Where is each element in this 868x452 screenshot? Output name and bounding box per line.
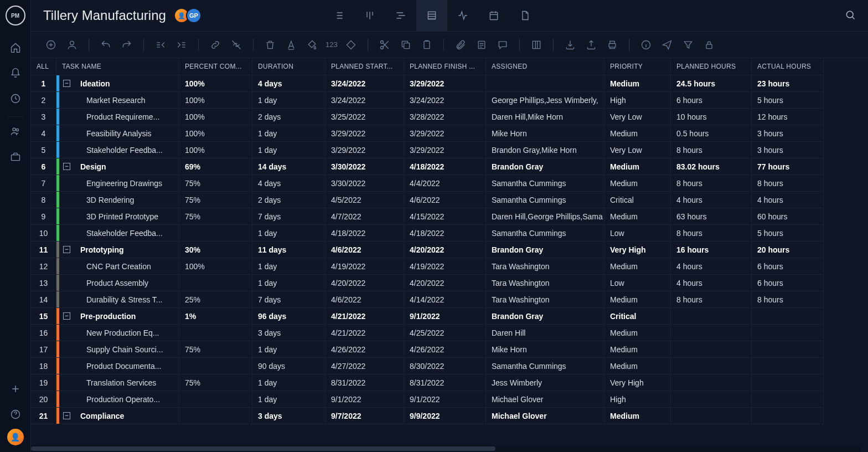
finish-cell[interactable]: 8/30/2022 xyxy=(404,358,486,374)
priority-cell[interactable]: Critical xyxy=(604,308,671,325)
percent-cell[interactable] xyxy=(179,225,252,242)
help-icon[interactable] xyxy=(4,403,27,425)
task-name-cell[interactable]: −Design xyxy=(56,158,179,175)
duration-cell[interactable]: 1 day xyxy=(252,92,326,109)
finish-cell[interactable]: 8/31/2022 xyxy=(404,374,486,391)
start-cell[interactable]: 4/21/2022 xyxy=(326,325,404,341)
actual-hours-cell[interactable]: 8 hours xyxy=(752,291,824,308)
start-cell[interactable]: 4/20/2022 xyxy=(326,275,404,291)
row-number[interactable]: 7 xyxy=(31,175,56,192)
assigned-cell[interactable]: Brandon Gray xyxy=(486,158,604,175)
duration-cell[interactable]: 90 days xyxy=(252,358,326,374)
planned-hours-cell[interactable]: 8 hours xyxy=(671,291,752,308)
priority-cell[interactable]: Very High xyxy=(604,242,671,258)
planned-hours-cell[interactable]: 0.5 hours xyxy=(671,125,752,142)
planned-hours-cell[interactable] xyxy=(671,325,752,341)
duration-cell[interactable]: 96 days xyxy=(252,308,326,325)
task-name-cell[interactable]: Stakeholder Feedba... xyxy=(56,142,179,158)
start-cell[interactable]: 3/30/2022 xyxy=(326,158,404,175)
plus-icon[interactable] xyxy=(4,378,27,400)
start-cell[interactable]: 4/27/2022 xyxy=(326,358,404,374)
task-name-cell[interactable]: Translation Services xyxy=(56,374,179,391)
finish-cell[interactable]: 4/18/2022 xyxy=(404,225,486,242)
row-number[interactable]: 15 xyxy=(31,308,56,325)
user-avatar[interactable]: 👤 xyxy=(7,429,24,445)
percent-cell[interactable]: 75% xyxy=(179,341,252,358)
planned-hours-cell[interactable]: 16 hours xyxy=(671,242,752,258)
planned-hours-cell[interactable] xyxy=(671,408,752,424)
start-cell[interactable]: 3/24/2022 xyxy=(326,92,404,109)
priority-cell[interactable]: Medium xyxy=(604,258,671,275)
percent-cell[interactable]: 75% xyxy=(179,374,252,391)
percent-cell[interactable]: 25% xyxy=(179,291,252,308)
percent-cell[interactable]: 100% xyxy=(179,75,252,92)
undo-icon[interactable] xyxy=(98,37,113,53)
assigned-cell[interactable]: Tara Washington xyxy=(486,291,604,308)
horizontal-scrollbar[interactable] xyxy=(31,445,860,452)
finish-cell[interactable]: 4/18/2022 xyxy=(404,158,486,175)
duration-cell[interactable]: 1 day xyxy=(252,341,326,358)
fill-color-icon[interactable] xyxy=(304,37,320,53)
info-icon[interactable] xyxy=(638,37,654,53)
assigned-cell[interactable]: Michael Glover xyxy=(486,391,604,408)
start-cell[interactable]: 3/25/2022 xyxy=(326,109,404,125)
planned-hours-cell[interactable] xyxy=(671,308,752,325)
actual-hours-cell[interactable] xyxy=(752,308,824,325)
finish-cell[interactable]: 4/15/2022 xyxy=(404,208,486,225)
toolbar-number-label[interactable]: 123 xyxy=(326,40,338,49)
finish-cell[interactable]: 9/9/2022 xyxy=(404,408,486,424)
row-number[interactable]: 9 xyxy=(31,208,56,225)
duration-cell[interactable]: 7 days xyxy=(252,208,326,225)
percent-cell[interactable]: 75% xyxy=(179,192,252,208)
start-cell[interactable]: 3/29/2022 xyxy=(326,142,404,158)
percent-cell[interactable]: 75% xyxy=(179,175,252,192)
bell-icon[interactable] xyxy=(4,62,27,84)
import-icon[interactable] xyxy=(562,37,578,53)
assigned-cell[interactable]: Samantha Cummings xyxy=(486,192,604,208)
assigned-cell[interactable]: Brandon Gray,Mike Horn xyxy=(486,142,604,158)
task-name-cell[interactable]: −Pre-production xyxy=(56,308,179,325)
task-name-cell[interactable]: Production Operato... xyxy=(56,391,179,408)
finish-cell[interactable]: 4/4/2022 xyxy=(404,175,486,192)
duration-cell[interactable]: 1 day xyxy=(252,258,326,275)
start-cell[interactable]: 9/1/2022 xyxy=(326,391,404,408)
task-name-cell[interactable]: Product Assembly xyxy=(56,275,179,291)
view-list-icon[interactable] xyxy=(323,0,354,32)
col-task[interactable]: TASK NAME xyxy=(56,58,179,75)
assigned-cell[interactable]: Samantha Cummings xyxy=(486,175,604,192)
duration-cell[interactable]: 1 day xyxy=(252,225,326,242)
finish-cell[interactable]: 4/20/2022 xyxy=(404,275,486,291)
priority-cell[interactable]: High xyxy=(604,391,671,408)
duration-cell[interactable]: 1 day xyxy=(252,374,326,391)
planned-hours-cell[interactable]: 8 hours xyxy=(671,225,752,242)
finish-cell[interactable]: 4/20/2022 xyxy=(404,242,486,258)
duration-cell[interactable]: 7 days xyxy=(252,291,326,308)
redo-icon[interactable] xyxy=(119,37,135,53)
link-icon[interactable] xyxy=(208,37,223,53)
duration-cell[interactable]: 1 day xyxy=(252,275,326,291)
actual-hours-cell[interactable]: 77 hours xyxy=(752,158,824,175)
percent-cell[interactable] xyxy=(179,391,252,408)
attach-icon[interactable] xyxy=(453,37,468,53)
row-number[interactable]: 21 xyxy=(31,408,56,424)
actual-hours-cell[interactable]: 3 hours xyxy=(752,125,824,142)
view-activity-icon[interactable] xyxy=(447,0,478,32)
priority-cell[interactable]: Medium xyxy=(604,408,671,424)
finish-cell[interactable]: 3/29/2022 xyxy=(404,125,486,142)
duration-cell[interactable]: 1 day xyxy=(252,142,326,158)
add-circle-icon[interactable] xyxy=(43,37,59,53)
planned-hours-cell[interactable]: 24.5 hours xyxy=(671,75,752,92)
grid-scroll[interactable]: ALL TASK NAME PERCENT COM... DURATION PL… xyxy=(31,58,868,452)
collapse-toggle-icon[interactable]: − xyxy=(63,80,70,87)
duration-cell[interactable]: 2 days xyxy=(252,109,326,125)
task-name-cell[interactable]: Stakeholder Feedba... xyxy=(56,225,179,242)
actual-hours-cell[interactable]: 12 hours xyxy=(752,109,824,125)
priority-cell[interactable]: Critical xyxy=(604,192,671,208)
assigned-cell[interactable]: Tara Washington xyxy=(486,258,604,275)
assigned-cell[interactable]: Brandon Gray xyxy=(486,242,604,258)
finish-cell[interactable]: 9/1/2022 xyxy=(404,391,486,408)
finish-cell[interactable]: 4/26/2022 xyxy=(404,341,486,358)
start-cell[interactable]: 4/21/2022 xyxy=(326,308,404,325)
planned-hours-cell[interactable]: 4 hours xyxy=(671,192,752,208)
priority-cell[interactable]: Medium xyxy=(604,75,671,92)
